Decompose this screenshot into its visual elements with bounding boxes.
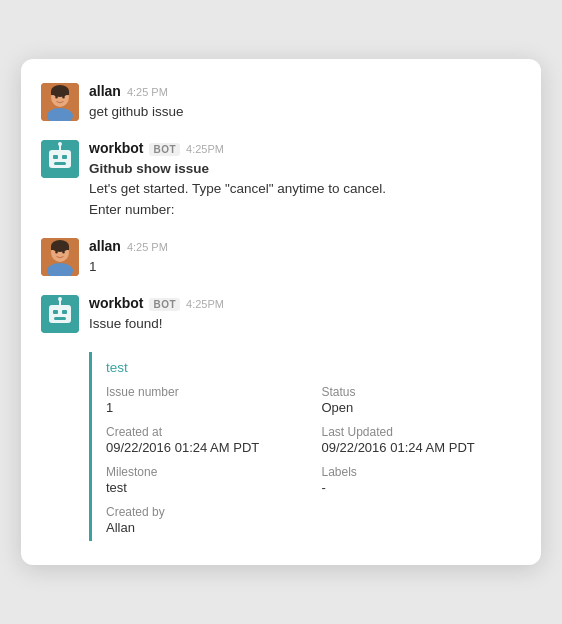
message-row: workbot BOT 4:25PM Github show issue Let… [41, 140, 521, 220]
message-title: Github show issue [89, 159, 521, 179]
message-header: allan 4:25 PM [89, 83, 521, 99]
svg-rect-10 [62, 155, 67, 159]
svg-point-19 [62, 250, 65, 253]
issue-field-label: Created at [106, 425, 306, 439]
sender-name: allan [89, 83, 121, 99]
issue-field-label: Last Updated [322, 425, 522, 439]
issue-field-label: Created by [106, 505, 306, 519]
message-content: workbot BOT 4:25PM Github show issue Let… [89, 140, 521, 220]
svg-point-13 [58, 142, 62, 146]
svg-rect-11 [54, 162, 66, 165]
issue-grid: Issue number 1 Status Open Created at 09… [106, 385, 521, 535]
svg-point-4 [55, 95, 58, 98]
issue-field-value: 09/22/2016 01:24 AM PDT [106, 440, 306, 455]
bot-avatar [41, 140, 79, 178]
sender-name: allan [89, 238, 121, 254]
message-text: Issue found! [89, 314, 521, 334]
svg-point-18 [55, 250, 58, 253]
message-header: workbot BOT 4:25PM [89, 295, 521, 311]
issue-field-created-by: Created by Allan [106, 505, 306, 535]
issue-field-created-at: Created at 09/22/2016 01:24 AM PDT [106, 425, 306, 455]
svg-rect-24 [62, 310, 67, 314]
message-row: workbot BOT 4:25PM Issue found! [41, 295, 521, 334]
issue-field-value: Allan [106, 520, 306, 535]
bot-badge: BOT [149, 143, 180, 156]
sender-name: workbot [89, 140, 143, 156]
bot-badge: BOT [149, 298, 180, 311]
svg-rect-8 [49, 150, 71, 168]
svg-rect-17 [51, 246, 69, 250]
timestamp: 4:25PM [186, 143, 224, 155]
chat-window: allan 4:25 PM get github issue [21, 59, 541, 566]
svg-rect-3 [51, 91, 69, 95]
message-body: Let's get started. Type "cancel" anytime… [89, 181, 386, 216]
issue-field-label: Status [322, 385, 522, 399]
issue-field-milestone: Milestone test [106, 465, 306, 495]
issue-field-value: - [322, 480, 522, 495]
issue-field-status: Status Open [322, 385, 522, 415]
issue-field-value: 09/22/2016 01:24 AM PDT [322, 440, 522, 455]
message-row: allan 4:25 PM 1 [41, 238, 521, 277]
timestamp: 4:25PM [186, 298, 224, 310]
avatar [41, 238, 79, 276]
avatar [41, 83, 79, 121]
message-text: 1 [89, 257, 521, 277]
timestamp: 4:25 PM [127, 241, 168, 253]
issue-field-value: Open [322, 400, 522, 415]
issue-field-label: Milestone [106, 465, 306, 479]
issue-field-last-updated: Last Updated 09/22/2016 01:24 AM PDT [322, 425, 522, 455]
timestamp: 4:25 PM [127, 86, 168, 98]
issue-field-labels: Labels - [322, 465, 522, 495]
issue-field-value: 1 [106, 400, 306, 415]
message-header: allan 4:25 PM [89, 238, 521, 254]
svg-rect-25 [54, 317, 66, 320]
message-content: allan 4:25 PM get github issue [89, 83, 521, 122]
sender-name: workbot [89, 295, 143, 311]
message-content: allan 4:25 PM 1 [89, 238, 521, 277]
issue-field-issue-number: Issue number 1 [106, 385, 306, 415]
issue-field-value: test [106, 480, 306, 495]
issue-field-label: Labels [322, 465, 522, 479]
message-text: Github show issue Let's get started. Typ… [89, 159, 521, 220]
svg-point-27 [58, 297, 62, 301]
svg-point-5 [62, 95, 65, 98]
issue-card: test Issue number 1 Status Open Created … [89, 352, 521, 541]
issue-title[interactable]: test [106, 360, 128, 375]
message-header: workbot BOT 4:25PM [89, 140, 521, 156]
svg-rect-22 [49, 305, 71, 323]
message-text: get github issue [89, 102, 521, 122]
message-content: workbot BOT 4:25PM Issue found! [89, 295, 521, 334]
svg-rect-9 [53, 155, 58, 159]
issue-field-label: Issue number [106, 385, 306, 399]
bot-avatar [41, 295, 79, 333]
message-row: allan 4:25 PM get github issue [41, 83, 521, 122]
svg-rect-23 [53, 310, 58, 314]
